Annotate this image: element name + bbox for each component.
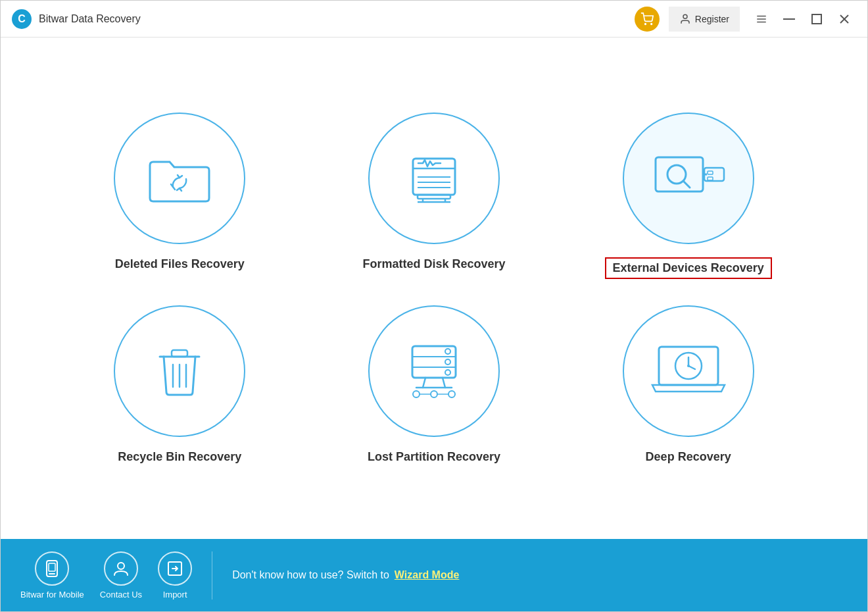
maximize-icon bbox=[811, 14, 822, 24]
recovery-circle-external-devices bbox=[623, 113, 754, 244]
recovery-item-deep-recovery[interactable]: Deep Recovery bbox=[581, 305, 796, 464]
recovery-circle-deep-recovery bbox=[623, 305, 754, 437]
folder-recycle-icon bbox=[143, 149, 216, 208]
usb-search-icon bbox=[649, 152, 728, 205]
svg-text:C: C bbox=[18, 13, 26, 24]
svg-line-38 bbox=[423, 378, 425, 388]
recovery-item-external-devices[interactable]: External Devices Recovery bbox=[581, 113, 796, 279]
svg-point-37 bbox=[445, 370, 450, 375]
svg-rect-53 bbox=[49, 563, 55, 571]
recovery-label-deep-recovery: Deep Recovery bbox=[646, 450, 731, 464]
svg-point-3 bbox=[651, 23, 652, 24]
recovery-item-lost-partition[interactable]: Lost Partition Recovery bbox=[327, 305, 542, 464]
recovery-grid: Deleted Files Recovery bbox=[72, 113, 796, 464]
footer-contact-label: Contact Us bbox=[100, 590, 142, 599]
main-content: Deleted Files Recovery bbox=[1, 38, 867, 539]
recovery-circle-recycle-bin bbox=[114, 305, 245, 437]
network-disk-icon bbox=[398, 338, 470, 404]
footer-import-button[interactable]: Import bbox=[158, 551, 192, 599]
disk-recovery-icon bbox=[401, 145, 467, 211]
mobile-icon-circle bbox=[35, 551, 69, 586]
recovery-label-recycle-bin: Recycle Bin Recovery bbox=[118, 450, 241, 464]
recovery-label-formatted-disk: Formatted Disk Recovery bbox=[362, 257, 505, 271]
svg-rect-17 bbox=[418, 195, 450, 199]
svg-rect-21 bbox=[656, 157, 703, 191]
app-title: Bitwar Data Recovery bbox=[39, 13, 635, 25]
svg-line-23 bbox=[683, 181, 690, 188]
footer-message: Don't know how to use? Switch to Wizard … bbox=[232, 569, 459, 581]
import-icon bbox=[166, 559, 184, 578]
recovery-circle-formatted-disk bbox=[368, 113, 500, 244]
svg-point-35 bbox=[445, 349, 450, 354]
app-logo: C bbox=[11, 9, 32, 30]
import-icon-circle bbox=[158, 551, 192, 586]
recovery-item-recycle-bin[interactable]: Recycle Bin Recovery bbox=[72, 305, 287, 464]
close-button[interactable] bbox=[832, 7, 857, 32]
contact-icon-circle bbox=[104, 551, 138, 586]
svg-point-4 bbox=[683, 14, 687, 18]
mobile-icon bbox=[43, 559, 61, 578]
footer: Bitwar for Mobile Contact Us Import Don'… bbox=[1, 539, 867, 611]
cart-button[interactable] bbox=[635, 7, 660, 32]
footer-contact-button[interactable]: Contact Us bbox=[100, 551, 142, 599]
recovery-label-deleted-files: Deleted Files Recovery bbox=[115, 257, 245, 271]
svg-rect-27 bbox=[708, 177, 713, 180]
svg-rect-32 bbox=[412, 346, 456, 378]
svg-point-2 bbox=[645, 23, 646, 24]
menu-icon bbox=[756, 13, 767, 25]
maximize-button[interactable] bbox=[804, 7, 829, 32]
svg-point-42 bbox=[431, 391, 437, 397]
register-button[interactable]: Register bbox=[669, 7, 740, 32]
laptop-clock-icon bbox=[649, 340, 728, 403]
recovery-circle-deleted-files bbox=[114, 113, 245, 244]
svg-rect-26 bbox=[708, 171, 713, 174]
user-icon bbox=[679, 13, 691, 25]
window-controls bbox=[749, 7, 857, 32]
trash-icon bbox=[153, 338, 206, 404]
wizard-mode-link[interactable]: Wizard Mode bbox=[395, 569, 460, 581]
minimize-button[interactable] bbox=[777, 7, 802, 32]
minimize-icon bbox=[783, 18, 795, 20]
svg-point-50 bbox=[687, 365, 690, 367]
contact-icon bbox=[112, 559, 130, 578]
close-icon bbox=[839, 14, 850, 24]
svg-point-41 bbox=[413, 391, 420, 397]
footer-mobile-button[interactable]: Bitwar for Mobile bbox=[20, 551, 84, 599]
recovery-label-lost-partition: Lost Partition Recovery bbox=[368, 450, 500, 464]
title-bar: C Bitwar Data Recovery Register bbox=[1, 1, 867, 38]
svg-point-54 bbox=[118, 563, 124, 569]
footer-mobile-label: Bitwar for Mobile bbox=[20, 590, 84, 599]
recovery-circle-lost-partition bbox=[368, 305, 500, 437]
menu-button[interactable] bbox=[749, 7, 774, 32]
footer-import-label: Import bbox=[163, 590, 187, 599]
title-bar-right: Register bbox=[635, 7, 857, 32]
svg-point-36 bbox=[445, 359, 450, 365]
svg-rect-9 bbox=[812, 14, 821, 24]
svg-point-43 bbox=[448, 391, 455, 397]
svg-line-39 bbox=[443, 378, 445, 388]
recovery-item-formatted-disk[interactable]: Formatted Disk Recovery bbox=[327, 113, 542, 279]
recovery-label-external-devices: External Devices Recovery bbox=[605, 257, 772, 279]
footer-actions: Bitwar for Mobile Contact Us Import bbox=[20, 551, 212, 599]
recovery-item-deleted-files[interactable]: Deleted Files Recovery bbox=[72, 113, 287, 279]
